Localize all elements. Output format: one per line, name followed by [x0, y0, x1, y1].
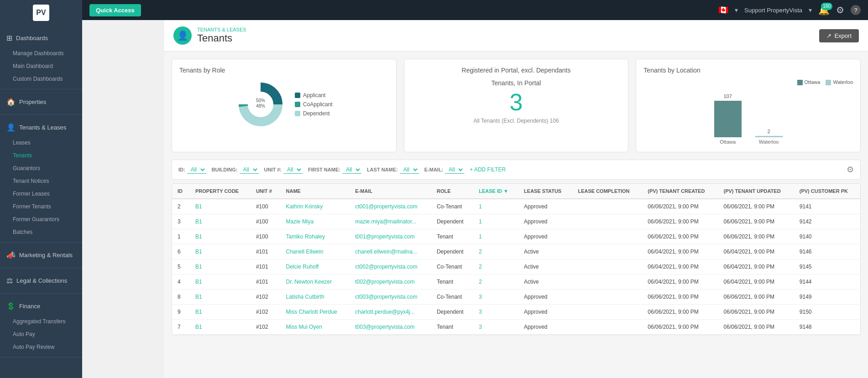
table-cell: 5 [172, 259, 190, 274]
table-row: 6B1#101Chanell Ellweinchanell.ellwein@ma… [172, 244, 860, 259]
table-cell-link[interactable]: 3 [473, 320, 518, 335]
col-tenant-updated: (PV) TENANT UPDATED [718, 184, 794, 199]
sidebar-item-tenants-leases[interactable]: 👤 Tenants & Leases [0, 119, 82, 136]
sidebar-item-manage-dashboards[interactable]: Manage Dashboards [0, 47, 82, 60]
chart-portal-title: Registered in Portal, excl. Dependants [412, 67, 621, 74]
col-lease-id[interactable]: LEASE ID ▼ [473, 184, 518, 199]
flag-icon[interactable]: 🇨🇦 [718, 5, 728, 15]
table-cell-link[interactable]: chanell.ellwein@mailna... [350, 244, 431, 259]
sidebar-item-former-tenants[interactable]: Former Tenants [0, 200, 82, 213]
table-cell: Tenant [431, 320, 473, 335]
table-cell-link[interactable]: t001@propertyvista.com [350, 229, 431, 244]
table-cell-link[interactable]: 3 [473, 290, 518, 305]
table-cell-link[interactable]: ct002@propertyvista.com [350, 259, 431, 274]
table-cell: 06/06/2021, 9:00 PM [642, 214, 718, 229]
filter-firstname-select[interactable]: All [342, 166, 361, 174]
table-cell-link[interactable]: 2 [473, 259, 518, 274]
table-cell-link[interactable]: Miss Charlott Perdue [281, 305, 350, 320]
sidebar-item-auto-pay-review[interactable]: Auto Pay Review [0, 341, 82, 353]
sidebar-item-former-guarantors[interactable]: Former Guarantors [0, 213, 82, 226]
support-dropdown-icon[interactable]: ▾ [809, 6, 812, 14]
properties-icon: 🏠 [6, 98, 16, 106]
breadcrumb: TENANTS & LEASES [197, 27, 246, 32]
table-cell-link[interactable]: 2 [473, 274, 518, 290]
support-label[interactable]: Support PropertyVista [744, 7, 802, 14]
table-cell: Dependent [431, 244, 473, 259]
table-cell-link[interactable]: 2 [473, 244, 518, 259]
table-cell-link[interactable]: Latisha Cutbirth [281, 290, 350, 305]
table-cell-link[interactable]: B1 [190, 199, 251, 214]
table-cell-link[interactable]: B1 [190, 305, 251, 320]
filter-building-select[interactable]: All [240, 166, 259, 174]
sidebar-item-guarantors[interactable]: Guarantors [0, 162, 82, 175]
table-cell: 9144 [794, 274, 860, 290]
sidebar-item-tenants[interactable]: Tenants [0, 149, 82, 162]
settings-icon[interactable]: ⚙ [836, 5, 844, 16]
col-name: NAME [281, 184, 350, 199]
flag-dropdown-icon[interactable]: ▾ [735, 6, 738, 14]
table-cell-link[interactable]: 3 [473, 305, 518, 320]
table-cell-link[interactable]: B1 [190, 229, 251, 244]
filter-lastname-select[interactable]: All [400, 166, 419, 174]
table-cell-link[interactable]: ct003@propertyvista.com [350, 290, 431, 305]
table-cell-link[interactable]: B1 [190, 320, 251, 335]
table-cell-link[interactable]: Tamiko Rohaley [281, 229, 350, 244]
sidebar-item-dashboards[interactable]: ⊞ Dashboards [0, 29, 82, 47]
sidebar-item-former-leases[interactable]: Former Leases [0, 187, 82, 200]
table-cell [572, 244, 642, 259]
table-cell-link[interactable]: B1 [190, 290, 251, 305]
filter-unit-label: UNIT #: [264, 167, 282, 172]
table-cell-link[interactable]: 1 [473, 229, 518, 244]
sidebar-item-leases[interactable]: Leases [0, 136, 82, 149]
table-row: 2B1#100Kathrin Krinskyct001@propertyvist… [172, 199, 860, 214]
table-cell-link[interactable]: Delcie Ruhoff [281, 259, 350, 274]
table-cell-link[interactable]: Kathrin Krinsky [281, 199, 350, 214]
svg-text:50%: 50% [256, 98, 265, 103]
filter-email-select[interactable]: All [445, 166, 464, 174]
table-cell-link[interactable]: ct001@propertyvista.com [350, 199, 431, 214]
filter-id-select[interactable]: All [187, 166, 206, 174]
sidebar-item-properties[interactable]: 🏠 Properties [0, 93, 82, 111]
notifications-button[interactable]: 🔔 180 [818, 5, 830, 16]
sidebar-section-properties: 🏠 Properties [0, 89, 82, 115]
table-cell: Active [518, 274, 572, 290]
help-icon[interactable]: ? [851, 5, 861, 15]
table-cell-link[interactable]: B1 [190, 244, 251, 259]
sidebar-item-batches[interactable]: Batches [0, 226, 82, 238]
table-cell-link[interactable]: mazie.miya@mailinator... [350, 214, 431, 229]
sidebar-item-tenant-notices[interactable]: Tenant Notices [0, 175, 82, 187]
quick-access-button[interactable]: Quick Access [89, 4, 141, 16]
sidebar-item-main-dashboard[interactable]: Main Dashboard [0, 60, 82, 72]
table-cell-link[interactable]: Dr. Newton Keezer [281, 274, 350, 290]
sidebar-item-marketing[interactable]: 📣 Marketing & Rentals [0, 246, 82, 264]
sidebar-item-aggregated-transfers[interactable]: Aggregated Transfers [0, 315, 82, 328]
sidebar-item-finance[interactable]: 💲 Finance [0, 297, 82, 315]
table-cell-link[interactable]: B1 [190, 259, 251, 274]
table-cell: 9146 [794, 244, 860, 259]
table-cell: #100 [251, 229, 281, 244]
table-cell-link[interactable]: charlott.perdue@pyx4j... [350, 305, 431, 320]
table-cell-link[interactable]: B1 [190, 214, 251, 229]
export-icon: ↗ [826, 32, 831, 39]
col-unit: UNIT # [251, 184, 281, 199]
table-cell-link[interactable]: 1 [473, 214, 518, 229]
filters-settings-icon[interactable]: ⚙ [847, 165, 854, 175]
table-cell: 06/04/2021, 9:00 PM [642, 274, 718, 290]
sidebar-item-custom-dashboards[interactable]: Custom Dashboards [0, 72, 82, 85]
table-cell-link[interactable]: Chanell Ellwein [281, 244, 350, 259]
table-cell: 06/06/2021, 9:00 PM [642, 199, 718, 214]
table-cell: 9149 [794, 290, 860, 305]
table-cell-link[interactable]: t003@propertyvista.com [350, 320, 431, 335]
sidebar-item-legal[interactable]: ⚖ Legal & Collections [0, 272, 82, 290]
table-cell-link[interactable]: t002@propertyvista.com [350, 274, 431, 290]
sidebar-item-auto-pay[interactable]: Auto Pay [0, 328, 82, 341]
table-cell-link[interactable]: B1 [190, 274, 251, 290]
table-cell: Approved [518, 214, 572, 229]
table-cell-link[interactable]: 1 [473, 199, 518, 214]
add-filter-button[interactable]: + ADD FILTER [470, 166, 506, 173]
legal-icon: ⚖ [6, 276, 13, 285]
table-cell-link[interactable]: Miss Mui Oyen [281, 320, 350, 335]
export-button[interactable]: ↗ Export [819, 29, 859, 42]
filter-unit-select[interactable]: All [283, 166, 303, 174]
table-cell-link[interactable]: Mazie Miya [281, 214, 350, 229]
